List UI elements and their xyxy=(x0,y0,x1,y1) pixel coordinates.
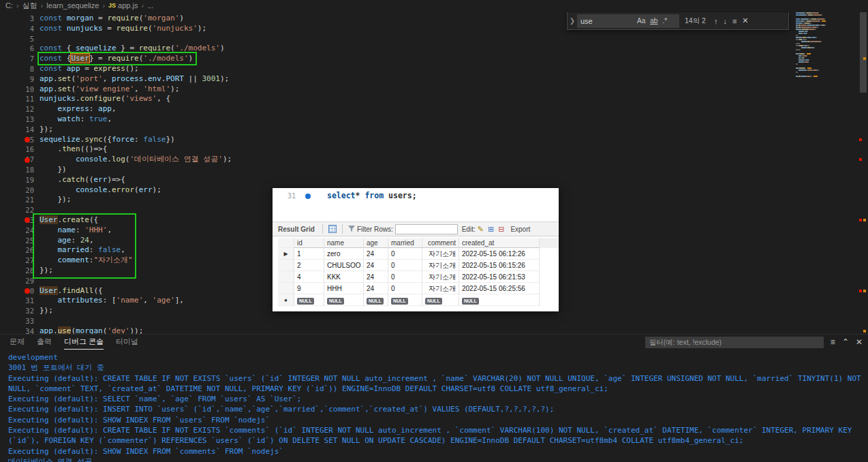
grid-cell[interactable]: 2 xyxy=(294,260,324,271)
gutter-cell[interactable]: 24 xyxy=(0,226,40,236)
breakpoint-icon[interactable] xyxy=(25,157,30,163)
grid-cell[interactable]: 자기소개 xyxy=(422,271,459,283)
console-filter-input[interactable] xyxy=(645,337,824,348)
gutter-cell[interactable]: 15 xyxy=(0,135,40,145)
grid-cell[interactable]: 자기소개 xyxy=(422,260,459,271)
previous-match-icon[interactable]: ↑ xyxy=(714,17,718,25)
toggle-replace-chevron[interactable]: ❯ xyxy=(568,17,577,25)
delete-row-icon[interactable]: ⊟ xyxy=(498,225,504,234)
gutter-cell[interactable]: 20 xyxy=(0,185,40,196)
grid-row-selector[interactable] xyxy=(278,283,294,294)
regex-icon[interactable]: .* xyxy=(661,17,668,25)
grid-column-header[interactable]: created_at xyxy=(459,238,540,248)
grid-cell[interactable]: NULL xyxy=(364,294,388,306)
grid-cell[interactable]: CHULSOO xyxy=(324,260,364,271)
close-find-icon[interactable]: ✕ xyxy=(742,16,748,25)
gutter-cell[interactable]: 4 xyxy=(0,24,40,34)
panel-maximize-icon[interactable]: ⌃ xyxy=(842,337,849,347)
gutter-cell[interactable]: 16 xyxy=(0,144,40,155)
gutter-cell[interactable]: 22 xyxy=(0,205,40,215)
gutter-cell[interactable]: 10 xyxy=(0,84,40,95)
grid-cell[interactable]: 2022-05-15 06:12:26 xyxy=(459,248,540,260)
match-case-icon[interactable]: Aa xyxy=(636,17,647,25)
grid-cell[interactable]: 4 xyxy=(294,271,324,283)
gutter-cell[interactable]: 6 xyxy=(0,44,40,54)
grid-column-header[interactable]: married xyxy=(388,238,422,248)
next-match-icon[interactable]: ↓ xyxy=(723,17,727,25)
grid-cell[interactable]: KKK xyxy=(324,271,364,283)
grid-cell[interactable]: NULL xyxy=(294,294,324,306)
grid-cell[interactable]: 24 xyxy=(364,248,388,260)
grid-cell[interactable]: 자기소개 xyxy=(422,283,459,294)
grid-row[interactable]: ●NULLNULLNULLNULLNULLNULL xyxy=(278,294,559,306)
find-in-selection-icon[interactable]: ≡ xyxy=(732,17,737,25)
grid-cell[interactable]: NULL xyxy=(388,294,422,306)
grid-cell[interactable]: NULL xyxy=(324,294,364,306)
gutter-cell[interactable]: 9 xyxy=(0,74,40,84)
grid-cell[interactable]: HHH xyxy=(324,283,364,294)
panel-close-icon[interactable]: ✕ xyxy=(856,337,863,347)
panel-tab-terminal[interactable]: 터미널 xyxy=(116,335,138,350)
workbench-query-editor[interactable]: 31 select* from users; xyxy=(273,188,559,221)
grid-column-header[interactable]: age xyxy=(364,238,388,248)
grid-row-selector[interactable] xyxy=(278,260,294,271)
grid-cell[interactable]: 2022-05-15 06:21:53 xyxy=(459,271,540,283)
panel-tab-output[interactable]: 출력 xyxy=(37,335,52,350)
breadcrumb-item[interactable]: 실험 xyxy=(22,1,37,11)
grid-cell[interactable]: NULL xyxy=(459,294,540,306)
grid-row[interactable]: ▶1zero240자기소개2022-05-15 06:12:26 xyxy=(278,248,559,260)
panel-menu-icon[interactable]: ≡ xyxy=(831,337,835,347)
breakpoint-icon[interactable] xyxy=(25,137,30,142)
gutter-cell[interactable]: 32 xyxy=(0,306,40,316)
gutter-cell[interactable]: 30 xyxy=(0,286,40,296)
gutter-cell[interactable]: 27 xyxy=(0,256,40,266)
grid-cell[interactable]: 0 xyxy=(388,271,422,283)
grid-cell[interactable]: 0 xyxy=(388,260,422,271)
grid-cell[interactable]: NULL xyxy=(422,294,459,306)
gutter-cell[interactable]: 33 xyxy=(0,316,40,326)
grid-column-header[interactable]: id xyxy=(294,238,324,248)
grid-row[interactable]: 4KKK240자기소개2022-05-15 06:21:53 xyxy=(278,271,559,283)
gutter-cell[interactable]: 23 xyxy=(0,215,40,226)
gutter-cell[interactable]: 17 xyxy=(0,155,40,165)
gutter-cell[interactable]: 19 xyxy=(0,175,40,185)
grid-cell[interactable]: 자기소개 xyxy=(422,248,459,260)
gutter-cell[interactable]: 11 xyxy=(0,94,40,104)
gutter-cell[interactable]: 7 xyxy=(0,54,40,64)
gutter-cell[interactable]: 5 xyxy=(0,34,40,44)
breadcrumb-item[interactable]: JSapp.js xyxy=(108,1,138,10)
panel-tab-debug-console[interactable]: 디버그 콘솔 xyxy=(64,335,104,350)
add-row-icon[interactable]: ⊞ xyxy=(488,225,494,234)
gutter-cell[interactable]: 26 xyxy=(0,245,40,256)
gutter-cell[interactable]: 29 xyxy=(0,276,40,286)
grid-cell[interactable]: 2022-05-15 06:15:26 xyxy=(459,260,540,271)
breadcrumb-item[interactable]: C: xyxy=(5,1,13,10)
gutter-cell[interactable]: 25 xyxy=(0,236,40,246)
find-input[interactable] xyxy=(580,17,634,25)
gutter-cell[interactable]: 14 xyxy=(0,125,40,135)
whole-word-icon[interactable]: ab xyxy=(649,17,659,25)
grid-row-selector[interactable] xyxy=(278,271,294,283)
grid-row[interactable]: 2CHULSOO240자기소개2022-05-15 06:15:26 xyxy=(278,260,559,271)
gutter-cell[interactable]: 31 xyxy=(0,296,40,306)
gutter-cell[interactable]: 12 xyxy=(0,104,40,114)
gutter-cell[interactable]: 3 xyxy=(0,14,40,24)
grid-row-selector[interactable]: ▶ xyxy=(278,248,294,260)
edit-pencil-icon[interactable]: ✎ xyxy=(478,225,484,234)
minimap[interactable] xyxy=(796,12,857,78)
grid-cell[interactable]: 1 xyxy=(294,248,324,260)
gutter-cell[interactable]: 18 xyxy=(0,165,40,175)
gutter-cell[interactable]: 13 xyxy=(0,114,40,125)
filter-rows-input[interactable] xyxy=(395,224,458,234)
grid-cell[interactable]: 0 xyxy=(388,248,422,260)
gutter-cell[interactable]: 8 xyxy=(0,64,40,74)
breadcrumb-item[interactable]: ... xyxy=(147,1,153,10)
grid-row-selector[interactable]: ● xyxy=(278,294,294,306)
breadcrumb-item[interactable]: learn_sequelize xyxy=(46,1,99,10)
gutter-cell[interactable]: 28 xyxy=(0,266,40,276)
grid-cell[interactable]: 2022-05-15 06:25:56 xyxy=(459,283,540,294)
gutter-cell[interactable]: 34 xyxy=(0,326,40,334)
grid-cell[interactable]: zero xyxy=(324,248,364,260)
debug-console-output[interactable]: development3001 번 포트에서 대기 중Executing (de… xyxy=(0,351,864,462)
grid-cell[interactable]: 24 xyxy=(364,271,388,283)
